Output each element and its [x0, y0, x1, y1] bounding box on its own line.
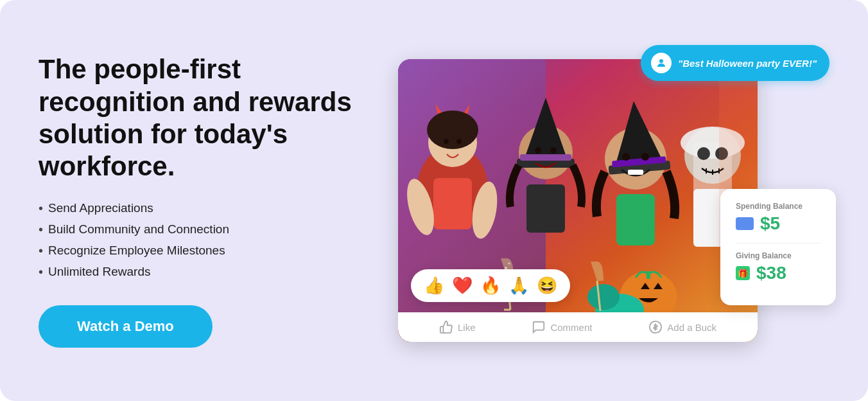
- left-content: The people-first recognition and rewards…: [39, 53, 372, 348]
- watch-demo-button[interactable]: Watch a Demo: [39, 305, 213, 348]
- photo-card: 👍 ❤️ 🔥 🙏 😆 Like: [398, 59, 758, 342]
- balance-card: Spending Balance $5 Giving Balance 🎁 $38: [720, 189, 836, 305]
- avatar: [651, 53, 672, 73]
- svg-point-25: [641, 153, 649, 161]
- reaction-fire[interactable]: 🔥: [480, 276, 501, 296]
- reaction-thumbs-up[interactable]: 👍: [424, 276, 444, 296]
- giving-amount: $38: [756, 263, 786, 283]
- right-content: "Best Halloween party EVER!": [372, 26, 829, 375]
- reaction-pray[interactable]: 🙏: [508, 276, 529, 296]
- add-buck-action[interactable]: Add a Buck: [648, 320, 716, 334]
- comment-action[interactable]: Comment: [532, 320, 592, 334]
- spending-label: Spending Balance: [736, 202, 820, 211]
- bullet-item-4: Unlimited Rewards: [39, 265, 372, 280]
- svg-point-37: [697, 147, 710, 160]
- bullet-item-2: Build Community and Connection: [39, 222, 372, 237]
- social-action-bar: Like Comment Add a Buck: [398, 312, 758, 342]
- svg-point-0: [659, 59, 663, 63]
- svg-point-8: [444, 139, 449, 144]
- card-icon: [736, 217, 754, 230]
- comment-icon: [532, 320, 546, 334]
- add-buck-label: Add a Buck: [667, 322, 716, 333]
- spending-amount-row: $5: [736, 213, 820, 234]
- svg-point-9: [456, 139, 462, 144]
- svg-rect-16: [520, 154, 571, 161]
- svg-point-17: [535, 147, 541, 154]
- balance-divider: [736, 243, 820, 244]
- like-label: Like: [458, 322, 476, 333]
- gift-icon: 🎁: [736, 266, 750, 280]
- svg-rect-10: [433, 178, 472, 229]
- svg-rect-26: [628, 170, 643, 175]
- svg-point-18: [550, 147, 557, 154]
- bullet-item-1: Send Appreciations: [39, 201, 372, 216]
- giving-amount-row: 🎁 $38: [736, 263, 820, 283]
- bullet-item-3: Recognize Employee Milestones: [39, 244, 372, 258]
- hero-section: The people-first recognition and rewards…: [0, 0, 868, 401]
- bullet-list: Send Appreciations Build Community and C…: [39, 201, 372, 280]
- like-icon: [439, 320, 453, 334]
- giving-balance-row: Giving Balance 🎁 $38: [736, 251, 820, 283]
- svg-rect-19: [526, 184, 565, 233]
- svg-point-33: [587, 284, 620, 310]
- reaction-laugh[interactable]: 😆: [537, 276, 557, 296]
- reaction-bar[interactable]: 👍 ❤️ 🔥 🙏 😆: [411, 269, 570, 302]
- spending-balance-row: Spending Balance $5: [736, 202, 820, 234]
- svg-point-7: [427, 111, 478, 149]
- svg-rect-31: [647, 271, 650, 279]
- reaction-heart[interactable]: ❤️: [452, 276, 473, 296]
- comment-label: Comment: [550, 322, 592, 333]
- spending-amount: $5: [760, 213, 780, 234]
- svg-point-47: [508, 263, 510, 265]
- headline: The people-first recognition and rewards…: [39, 53, 372, 183]
- svg-point-24: [622, 153, 630, 161]
- dollar-circle-icon: [648, 320, 663, 334]
- like-action[interactable]: Like: [439, 320, 476, 334]
- comment-text: "Best Halloween party EVER!": [678, 58, 817, 69]
- comment-bubble: "Best Halloween party EVER!": [641, 45, 829, 81]
- svg-rect-27: [616, 194, 655, 245]
- giving-label: Giving Balance: [736, 251, 820, 260]
